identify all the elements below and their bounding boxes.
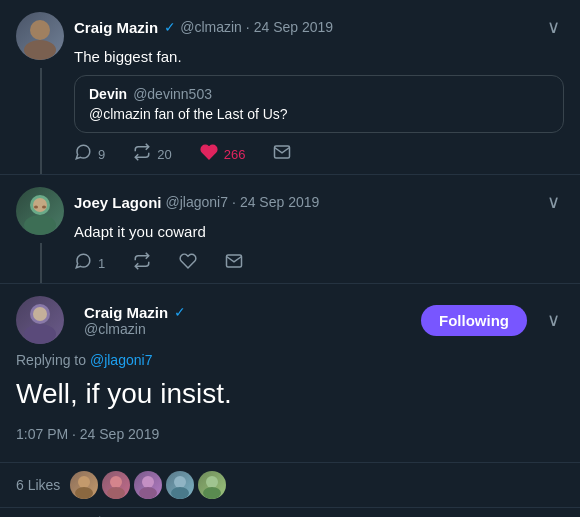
quote-username: @devinn503: [133, 86, 212, 102]
avatar[interactable]: [16, 296, 64, 344]
svg-point-19: [203, 487, 221, 499]
reply-icon: [74, 252, 92, 275]
display-name: Joey Lagoni: [74, 194, 162, 211]
liker-avatar-2: [102, 471, 130, 499]
tweet-menu-icon[interactable]: ∨: [543, 187, 564, 217]
main-tweet-user: Craig Mazin ✓ @clmazin: [16, 296, 186, 344]
like-icon: [179, 252, 197, 275]
username: @clmazin: [180, 19, 242, 35]
tweet-text: The biggest fan.: [74, 46, 564, 67]
tweet-menu-icon[interactable]: ∨: [543, 12, 564, 42]
reply-icon: [74, 143, 92, 166]
quote-tweet[interactable]: Devin @devinn503 @clmazin fan of the Las…: [74, 75, 564, 133]
tweet-header: Joey Lagoni @jlagoni7 · 24 Sep 2019 ∨: [74, 187, 564, 217]
retweet-action[interactable]: 20: [133, 143, 171, 166]
replying-to-prefix: Replying to: [16, 352, 86, 368]
tweet-1: Craig Mazin ✓ @clmazin · 24 Sep 2019 ∨ T…: [0, 0, 580, 175]
reply-action[interactable]: 9: [74, 143, 105, 166]
svg-point-10: [78, 476, 90, 488]
main-tweet-header: Craig Mazin ✓ @clmazin Following ∨: [0, 284, 580, 352]
svg-point-3: [24, 215, 56, 235]
main-tweet-actions: 3 6: [0, 508, 580, 517]
main-tweet: Craig Mazin ✓ @clmazin Following ∨ Reply…: [0, 284, 580, 517]
svg-point-6: [42, 206, 46, 209]
svg-point-14: [142, 476, 154, 488]
tweet-actions: 1: [74, 252, 564, 275]
reply-action[interactable]: 1: [74, 252, 105, 275]
svg-point-1: [24, 40, 56, 60]
likes-row: 6 Likes: [0, 462, 580, 508]
tweet-text: Adapt it you coward: [74, 221, 564, 242]
verified-badge: ✓: [164, 19, 176, 35]
user-info: Joey Lagoni @jlagoni7 · 24 Sep 2019: [74, 194, 319, 211]
quote-display-name: Devin: [89, 86, 127, 102]
tweet-date: 24 Sep 2019: [254, 19, 333, 35]
like-action[interactable]: 266: [200, 143, 246, 166]
replying-to: Replying to @jlagoni7: [16, 352, 564, 368]
reply-count: 9: [98, 147, 105, 162]
like-icon: [200, 143, 218, 166]
svg-point-18: [206, 476, 218, 488]
avatar[interactable]: [16, 187, 64, 235]
main-tweet-time: 1:07 PM · 24 Sep 2019: [16, 422, 564, 442]
avatar[interactable]: [16, 12, 64, 60]
like-action[interactable]: [179, 252, 197, 275]
following-button[interactable]: Following: [421, 305, 527, 336]
liker-avatar-3: [134, 471, 162, 499]
likes-count: 6 Likes: [16, 477, 60, 493]
svg-point-9: [33, 307, 47, 321]
main-display-name: Craig Mazin: [84, 304, 168, 321]
user-name-block: Craig Mazin ✓ @clmazin: [84, 304, 186, 337]
main-tweet-body: Replying to @jlagoni7 Well, if you insis…: [0, 352, 580, 462]
svg-point-16: [174, 476, 186, 488]
tweet-body: Craig Mazin ✓ @clmazin · 24 Sep 2019 ∨ T…: [74, 12, 564, 166]
svg-point-13: [107, 487, 125, 499]
retweet-count: 20: [157, 147, 171, 162]
svg-point-11: [75, 487, 93, 499]
replying-to-link[interactable]: @jlagoni7: [90, 352, 152, 368]
user-info: Craig Mazin ✓ @clmazin · 24 Sep 2019: [74, 19, 333, 36]
dot: ·: [246, 19, 250, 35]
tweet-header: Craig Mazin ✓ @clmazin · 24 Sep 2019 ∨: [74, 12, 564, 42]
dm-action[interactable]: [273, 143, 291, 166]
dm-icon: [225, 252, 243, 275]
liker-avatar-4: [166, 471, 194, 499]
svg-point-15: [139, 487, 157, 499]
dot: ·: [232, 194, 236, 210]
likes-avatars: [70, 471, 226, 499]
svg-point-4: [33, 198, 47, 212]
display-name: Craig Mazin: [74, 19, 158, 36]
svg-point-8: [24, 324, 56, 344]
retweet-icon: [133, 252, 151, 275]
svg-point-17: [171, 487, 189, 499]
dm-action[interactable]: [225, 252, 243, 275]
main-username: @clmazin: [84, 321, 186, 337]
svg-point-0: [30, 20, 50, 40]
svg-point-5: [34, 206, 38, 209]
retweet-icon: [133, 143, 151, 166]
svg-point-12: [110, 476, 122, 488]
main-tweet-text: Well, if you insist.: [16, 376, 564, 412]
tweet-actions: 9 20 266: [74, 143, 564, 166]
tweet-date: 24 Sep 2019: [240, 194, 319, 210]
main-tweet-menu-icon[interactable]: ∨: [543, 305, 564, 335]
reply-count: 1: [98, 256, 105, 271]
main-verified-badge: ✓: [174, 304, 186, 320]
liker-avatar-5: [198, 471, 226, 499]
tweet-body: Joey Lagoni @jlagoni7 · 24 Sep 2019 ∨ Ad…: [74, 187, 564, 275]
quote-header: Devin @devinn503: [89, 86, 549, 102]
quote-text: @clmazin fan of the Last of Us?: [89, 106, 549, 122]
dm-icon: [273, 143, 291, 166]
liker-avatar-1: [70, 471, 98, 499]
tweet-2: Joey Lagoni @jlagoni7 · 24 Sep 2019 ∨ Ad…: [0, 175, 580, 284]
like-count: 266: [224, 147, 246, 162]
retweet-action[interactable]: [133, 252, 151, 275]
thread-line: [40, 68, 42, 174]
username: @jlagoni7: [166, 194, 228, 210]
thread-line-2: [40, 243, 42, 283]
